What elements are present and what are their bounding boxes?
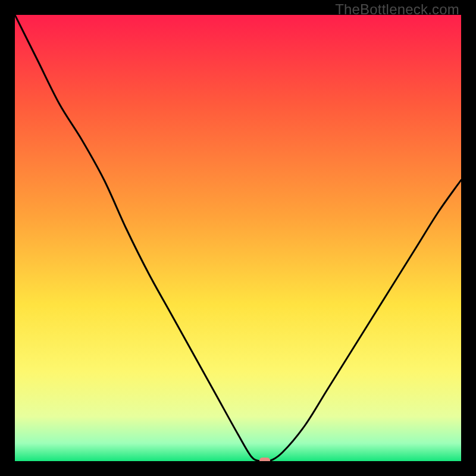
bottleneck-plot [15,15,461,461]
watermark-text: TheBottleneck.com [335,1,459,18]
chart-frame [15,15,461,461]
optimal-marker [259,458,270,461]
gradient-background [15,15,461,461]
